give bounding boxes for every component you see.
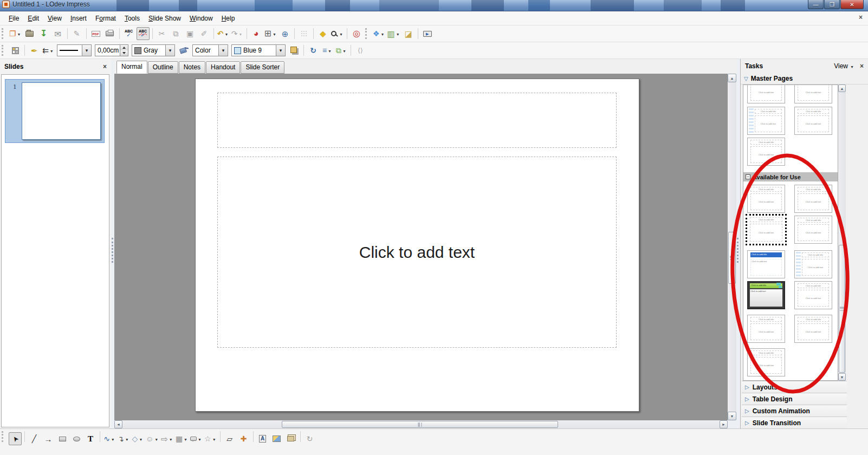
master-page-thumbnail[interactable]: Click to add title Click to add text [747,315,785,343]
section-slide-transition[interactable]: ▷ Slide Transition [742,417,847,428]
rotate-tool-button[interactable]: ↻ [303,432,316,445]
menu-file[interactable]: File [4,12,23,24]
vertical-scroll-thumb[interactable] [728,232,736,284]
ellipse-tool-button[interactable] [70,432,83,445]
collapse-box-icon[interactable]: − [746,174,750,179]
master-page-thumbnail[interactable]: Click to add title Click to add text [747,250,785,278]
line-width-field[interactable]: 0,00cm [95,44,128,56]
dropdown-arrow-icon[interactable] [17,30,22,37]
select-tool-button[interactable]: ➤ [9,432,22,445]
arrow-style-button[interactable]: ⇇ [42,44,55,57]
right-splitter[interactable] [736,59,740,428]
auto-spellcheck-button[interactable]: ABC✓ [137,27,150,40]
fill-type-dropdown[interactable] [218,45,228,56]
dropdown-arrow-icon[interactable] [342,47,347,54]
email-button[interactable]: ✉ [51,27,64,40]
slide-layout-button[interactable]: ▥ [387,27,401,40]
master-page-thumbnail[interactable]: Click to add title Click to add text [794,281,832,309]
master-page-thumbnail[interactable]: Click to add title Click to add text [747,281,785,309]
dropdown-arrow-icon[interactable] [272,30,277,37]
menu-slideshow[interactable]: Slide Show [144,12,185,24]
master-page-thumbnail[interactable]: Click to add title Click to add text [794,216,832,244]
dropdown-arrow-icon[interactable] [183,435,188,443]
dropdown-arrow-icon[interactable] [327,47,332,54]
menu-format[interactable]: Format [91,12,120,24]
tab-outline[interactable]: Outline [148,61,178,74]
scroll-down-button[interactable]: ▼ [728,412,736,420]
scroll-left-button[interactable]: ◄ [114,420,122,428]
toolbar-grip[interactable] [365,28,369,39]
stars-button[interactable]: ☆ [204,432,217,445]
dropdown-arrow-icon[interactable] [138,435,143,443]
line-style-dropdown[interactable] [82,45,91,56]
scroll-down-button[interactable]: ▼ [838,373,846,381]
connector-tool-button[interactable]: ↴ [117,432,130,445]
callouts-button[interactable] [190,432,203,445]
master-page-thumbnail[interactable]: Click to add title Click to add text [794,107,832,135]
line-color-dropdown[interactable] [165,45,174,56]
dropdown-arrow-icon[interactable] [111,435,115,443]
arrow-tool-button[interactable]: → [42,432,55,445]
toolbar-grip[interactable] [2,28,5,39]
scroll-right-button[interactable]: ► [720,420,728,428]
master-page-thumbnail[interactable]: Click to add title Click to add text [794,84,832,103]
navigator-button[interactable]: ◆ [316,27,329,40]
master-page-thumbnail[interactable]: Click to add title Click to add text [794,315,832,343]
fill-color-select[interactable]: Blue 9 [231,44,286,56]
line-style-select[interactable] [57,44,92,56]
master-page-thumbnail[interactable]: Click to add title Click to add text [794,185,832,213]
interaction-button[interactable]: ⟨⟩ [354,44,367,57]
menu-help[interactable]: Help [217,12,239,24]
dropdown-arrow-icon[interactable] [396,30,400,37]
available-for-use-header[interactable]: − Available for Use [743,172,838,181]
fill-color-dropdown[interactable] [276,45,285,56]
horizontal-scroll-thumb[interactable] [282,421,558,428]
dropdown-arrow-icon[interactable] [380,30,385,37]
master-page-thumbnail[interactable]: Click to add title Click to add text [747,185,785,213]
edit-points-button[interactable]: ▱ [223,432,236,445]
slide-thumbnail-selected[interactable]: 1 [5,79,105,143]
insert-image-button[interactable] [270,432,283,445]
dropdown-arrow-icon[interactable] [224,30,229,37]
menu-window[interactable]: Window [185,12,217,24]
tasks-view-menu[interactable]: View [834,62,854,70]
minimize-button[interactable]: — [808,0,824,9]
scroll-up-button[interactable]: ▲ [728,74,736,82]
master-page-thumbnail[interactable]: Click to add title Click to add text [794,250,832,278]
gallery-button[interactable] [284,432,297,445]
fontwork-gallery-button[interactable]: A [256,432,269,445]
title-placeholder[interactable] [217,93,617,148]
arrange-button[interactable]: ⧉ [335,44,348,57]
alignment-button[interactable]: ≡ [321,44,334,57]
help-button[interactable]: ◎ [350,27,363,40]
copy-button[interactable]: ⧉ [170,27,183,40]
menu-view[interactable]: View [43,12,66,24]
section-custom-animation[interactable]: ▷ Custom Animation [742,405,847,417]
export-pdf-button[interactable]: PDF [89,27,102,40]
dropdown-arrow-icon[interactable] [49,47,54,54]
rotate-button[interactable]: ↻ [307,44,320,57]
text-tool-button[interactable]: T [84,432,97,445]
dropdown-arrow-icon[interactable] [238,30,243,37]
flowchart-button[interactable]: ▦ [175,432,189,445]
master-page-thumbnail-selected[interactable]: Click to add title Click to add text [746,214,787,245]
cut-button[interactable]: ✂ [156,27,169,40]
line-color-select[interactable]: Gray [132,44,175,56]
vertical-scroll-thumb[interactable] [839,245,845,373]
new-slide-button[interactable]: ❖ [372,27,386,40]
tasks-panel-close-icon[interactable]: × [860,62,864,70]
restore-button[interactable]: ❐ [824,0,840,9]
paste-button[interactable]: ▣ [184,27,197,40]
tab-handout[interactable]: Handout [206,61,240,74]
slide-thumbnail-page[interactable] [22,82,101,140]
undo-button[interactable]: ↶ [217,27,230,40]
menu-edit[interactable]: Edit [23,12,43,24]
line-tool-button[interactable]: ╱ [28,432,41,445]
toolbar-grip[interactable] [2,431,5,442]
content-placeholder[interactable]: Click to add text [217,157,617,348]
scroll-up-button[interactable]: ▲ [838,84,846,92]
menu-tools[interactable]: Tools [120,12,144,24]
edit-file-button[interactable]: ✎ [70,27,83,40]
toolbar-grip[interactable] [2,45,5,56]
block-arrows-button[interactable]: ⇨ [160,432,174,445]
